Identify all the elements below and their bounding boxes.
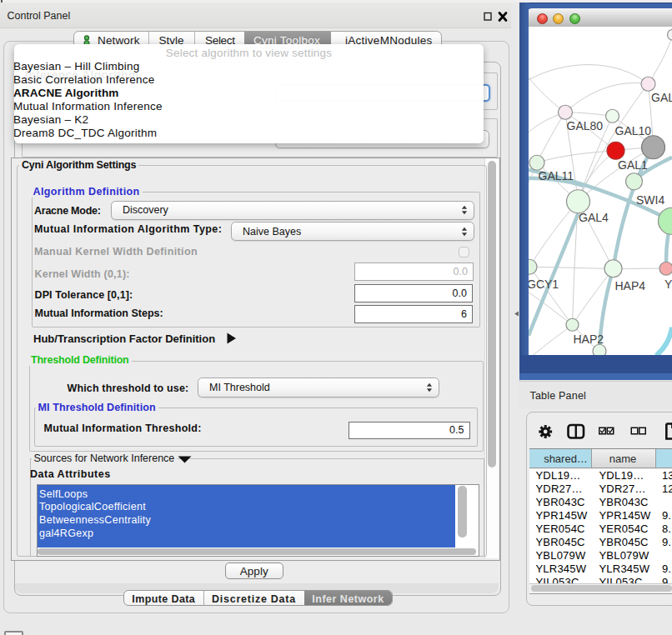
svg-text:GAL80: GAL80 <box>567 118 604 132</box>
svg-text:SWI4: SWI4 <box>636 193 664 207</box>
svg-text:GCY1: GCY1 <box>529 278 559 291</box>
svg-text:Y: Y <box>664 278 672 291</box>
svg-text:GAL4: GAL4 <box>579 211 609 224</box>
svg-text:GAL11: GAL11 <box>539 168 574 182</box>
svg-text:GAL1: GAL1 <box>618 158 648 172</box>
svg-text:GAL10: GAL10 <box>615 124 652 138</box>
svg-text:HAP4: HAP4 <box>615 278 646 292</box>
svg-text:GAL: GAL <box>651 90 672 103</box>
svg-text:HAP2: HAP2 <box>574 332 604 346</box>
